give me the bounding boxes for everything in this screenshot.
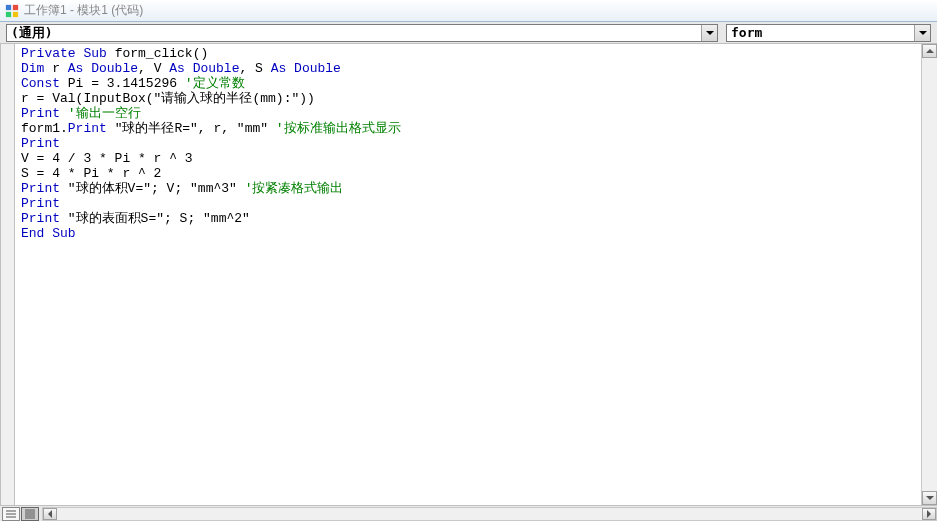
- code-line: S = 4 * Pi * r ^ 2: [21, 166, 937, 181]
- app-icon: [4, 3, 20, 19]
- procedure-dropdown-button[interactable]: [914, 25, 930, 41]
- svg-rect-3: [13, 11, 18, 16]
- scroll-up-button[interactable]: [922, 44, 937, 58]
- code-line: Dim r As Double, V As Double, S As Doubl…: [21, 61, 937, 76]
- svg-rect-2: [6, 11, 11, 16]
- svg-rect-0: [6, 4, 11, 9]
- procedure-dropdown[interactable]: form: [726, 24, 931, 42]
- procedure-view-button[interactable]: [2, 507, 20, 521]
- code-line: Print "球的表面积S="; S; "mm^2": [21, 211, 937, 226]
- code-line: r = Val(InputBox("请输入球的半径(mm):")): [21, 91, 937, 106]
- scroll-down-button[interactable]: [922, 491, 937, 505]
- code-line: Private Sub form_click(): [21, 46, 937, 61]
- bottom-bar: [0, 505, 937, 521]
- code-line: End Sub: [21, 226, 937, 241]
- code-line: Print "球的体积V="; V; "mm^3" '按紧凑格式输出: [21, 181, 937, 196]
- object-dropdown[interactable]: (通用): [6, 24, 718, 42]
- code-line: Const Pi = 3.1415296 '定义常数: [21, 76, 937, 91]
- code-editor[interactable]: Private Sub form_click()Dim r As Double,…: [15, 44, 937, 505]
- code-container: Private Sub form_click()Dim r As Double,…: [0, 44, 937, 505]
- code-line: V = 4 / 3 * Pi * r ^ 3: [21, 151, 937, 166]
- window-title: 工作簿1 - 模块1 (代码): [24, 2, 143, 19]
- vertical-scrollbar[interactable]: [921, 44, 937, 505]
- dropdown-row: (通用) form: [0, 22, 937, 44]
- code-line: Print: [21, 136, 937, 151]
- full-module-view-button[interactable]: [21, 507, 39, 521]
- scroll-left-button[interactable]: [43, 508, 57, 520]
- code-line: Print: [21, 196, 937, 211]
- object-dropdown-text: (通用): [7, 24, 701, 42]
- code-line: Print '输出一空行: [21, 106, 937, 121]
- code-margin: [1, 44, 15, 505]
- window-titlebar: 工作簿1 - 模块1 (代码): [0, 0, 937, 22]
- scroll-right-button[interactable]: [922, 508, 936, 520]
- horizontal-scrollbar[interactable]: [42, 507, 937, 521]
- svg-rect-1: [13, 4, 18, 9]
- object-dropdown-button[interactable]: [701, 25, 717, 41]
- procedure-dropdown-text: form: [727, 25, 914, 40]
- code-line: form1.Print "球的半径R=", r, "mm" '按标准输出格式显示: [21, 121, 937, 136]
